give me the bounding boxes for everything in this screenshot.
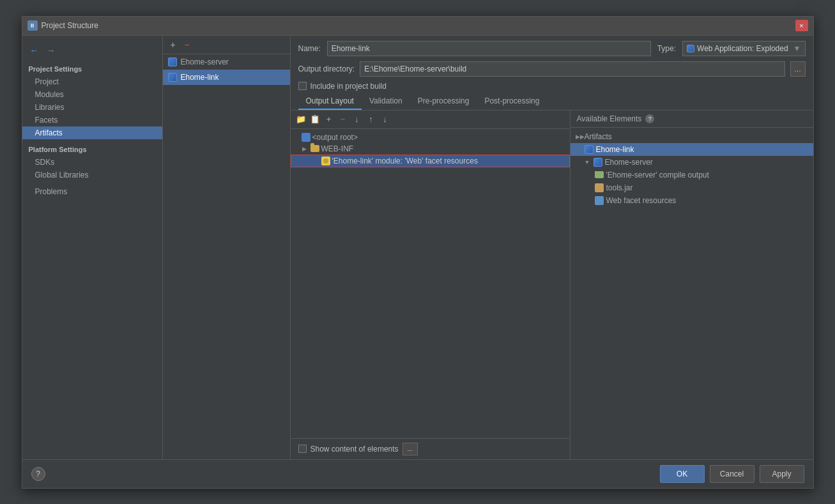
platform-settings-label: Platform Settings: [22, 143, 162, 156]
dialog-icon: II: [27, 20, 38, 31]
avail-item-ehome-link[interactable]: Ehome-link: [571, 143, 813, 156]
browse-output-dir-button[interactable]: …: [790, 61, 806, 77]
tree-edit-btn[interactable]: 📋: [309, 113, 321, 126]
available-panel: Available Elements ? ▶ Artifacts: [571, 111, 813, 459]
tree-folder-btn[interactable]: 📁: [295, 113, 307, 126]
forward-button[interactable]: →: [44, 43, 58, 57]
available-header: Available Elements ?: [571, 111, 813, 128]
output-root-icon: [302, 133, 310, 142]
avail-item-web-facet-resources[interactable]: Web facet resources: [571, 194, 813, 207]
sidebar-item-modules[interactable]: Modules: [22, 88, 162, 101]
include-in-build-row: Include in project build: [291, 79, 813, 93]
name-input[interactable]: [327, 41, 651, 56]
artifact-list: Ehome-server Ehome-link: [163, 54, 290, 459]
dialog-footer: ? OK Cancel Apply: [22, 459, 813, 488]
tree-item-ehome-link-module[interactable]: 'Ehome-link' module: 'Web' facet resourc…: [291, 155, 570, 167]
tree-remove-btn[interactable]: −: [337, 113, 349, 126]
tree-content: <output root> ▶ WEB-INF: [291, 129, 570, 438]
artifact-list-panel: + − Ehome-server Ehome-link: [163, 36, 291, 459]
avail-icon-ehome-link: [585, 145, 594, 154]
avail-icon-web-facet: [595, 196, 604, 205]
tabs-row: Output Layout Validation Pre-processing …: [291, 93, 813, 111]
avail-item-artifacts[interactable]: ▶ Artifacts: [571, 130, 813, 143]
tree-panel: 📁 📋 + − ↓ ↑ ↓: [291, 111, 571, 459]
dialog-title: Project Structure: [42, 21, 795, 30]
sidebar-item-sdks[interactable]: SDKs: [22, 156, 162, 169]
tree-move-down-btn[interactable]: ↓: [351, 113, 364, 126]
available-elements-label: Available Elements: [577, 114, 642, 123]
artifact-item-ehome-link[interactable]: Ehome-link: [163, 70, 290, 85]
show-content-row: Show content of elements ...: [298, 443, 562, 455]
sidebar-item-artifacts[interactable]: Artifacts: [22, 126, 162, 139]
output-dir-label: Output directory:: [298, 65, 355, 73]
close-button[interactable]: ×: [795, 20, 808, 31]
show-content-label: Show content of elements: [310, 445, 399, 454]
tab-output-layout[interactable]: Output Layout: [298, 93, 362, 110]
avail-icon-tools-jar: [595, 183, 604, 192]
tree-add-btn[interactable]: +: [323, 113, 335, 126]
tree-toolbar: 📁 📋 + − ↓ ↑ ↓: [291, 111, 570, 129]
web-inf-folder-icon: [310, 145, 319, 152]
tree-item-output-root[interactable]: <output root>: [291, 132, 570, 143]
available-tree: ▶ Artifacts Ehome-link ▼: [571, 128, 813, 459]
name-label: Name:: [298, 44, 321, 53]
title-bar: II Project Structure ×: [22, 17, 813, 36]
type-select[interactable]: Web Application: Exploded ▼: [682, 41, 805, 56]
tree-down2-btn[interactable]: ↓: [379, 113, 392, 126]
sidebar-nav: ← →: [22, 41, 162, 63]
avail-arrow-ehome-server: ▼: [585, 159, 591, 165]
fields-row: Name: Type: Web Application: Exploded ▼: [291, 36, 813, 60]
avail-icon-ehome-server: [594, 158, 602, 167]
include-in-build-label: Include in project build: [310, 82, 387, 91]
avail-item-ehome-server[interactable]: ▼ Ehome-server: [571, 156, 813, 169]
sidebar-item-problems[interactable]: Problems: [22, 185, 162, 198]
avail-item-tools-jar[interactable]: tools.jar: [571, 181, 813, 194]
project-structure-dialog: II Project Structure × ← → Project Setti…: [22, 16, 814, 489]
tree-footer: Show content of elements ...: [291, 438, 570, 459]
artifact-icon-ehome-server: [168, 57, 177, 66]
remove-artifact-button[interactable]: −: [181, 38, 194, 51]
sidebar-item-libraries[interactable]: Libraries: [22, 101, 162, 114]
type-label: Type:: [657, 44, 676, 53]
avail-icon-compile-output: [595, 171, 604, 178]
show-content-checkbox[interactable]: [298, 445, 307, 453]
add-artifact-button[interactable]: +: [167, 38, 180, 51]
ok-button[interactable]: OK: [660, 465, 705, 483]
show-content-options-button[interactable]: ...: [402, 443, 418, 455]
apply-button[interactable]: Apply: [760, 465, 804, 483]
help-button[interactable]: ?: [31, 467, 45, 481]
artifact-content-area: 📁 📋 + − ↓ ↑ ↓: [291, 111, 813, 459]
include-in-build-checkbox[interactable]: [298, 82, 307, 90]
sidebar-item-facets[interactable]: Facets: [22, 114, 162, 126]
dialog-body: ← → Project Settings Project Modules Lib…: [22, 36, 813, 459]
tab-validation[interactable]: Validation: [362, 93, 410, 110]
output-dir-input[interactable]: [360, 61, 785, 77]
cancel-button[interactable]: Cancel: [710, 465, 755, 483]
output-dir-row: Output directory: …: [291, 60, 813, 79]
tree-move-up-btn[interactable]: ↑: [365, 113, 378, 126]
available-help-icon[interactable]: ?: [645, 114, 654, 123]
tab-post-processing[interactable]: Post-processing: [477, 93, 547, 110]
project-settings-label: Project Settings: [22, 63, 162, 75]
sidebar-item-global-libraries[interactable]: Global Libraries: [22, 169, 162, 181]
sidebar-item-project[interactable]: Project: [22, 75, 162, 88]
web-resource-icon: [321, 157, 330, 165]
back-button[interactable]: ←: [27, 43, 42, 57]
tab-pre-processing[interactable]: Pre-processing: [410, 93, 477, 110]
main-content: Name: Type: Web Application: Exploded ▼ …: [291, 36, 813, 459]
type-icon: [687, 45, 694, 52]
artifact-icon-ehome-link: [168, 73, 177, 82]
artifact-item-ehome-server[interactable]: Ehome-server: [163, 54, 290, 70]
avail-arrow-artifacts: ▶: [576, 134, 582, 140]
sidebar: ← → Project Settings Project Modules Lib…: [22, 36, 163, 459]
arrow-web-inf: ▶: [302, 146, 309, 152]
tree-item-web-inf[interactable]: ▶ WEB-INF: [291, 143, 570, 155]
artifact-toolbar: + −: [163, 36, 290, 54]
avail-item-compile-output[interactable]: 'Ehome-server' compile output: [571, 169, 813, 181]
